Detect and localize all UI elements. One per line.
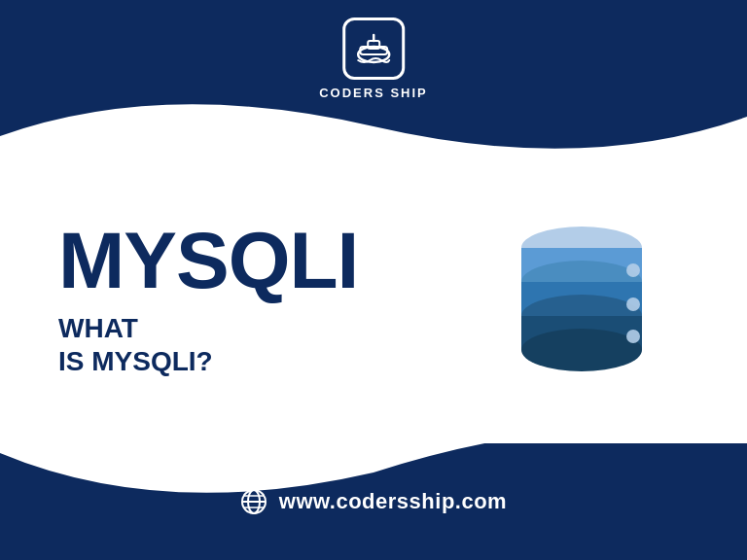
main-title: MYSQLI [58,221,358,300]
svg-point-12 [626,298,640,311]
database-icon-container [484,202,679,397]
bottom-bar: www.codersship.com [0,443,747,560]
text-block: MYSQLI WHAT IS MYSQLI? [58,221,358,377]
svg-point-10 [521,329,642,371]
logo-area: CODERS SHIP [319,18,428,100]
page-container: CODERS SHIP MYSQLI WHAT IS MYSQLI? [0,0,747,560]
sub-title: WHAT IS MYSQLI? [58,312,358,377]
website-url: www.codersship.com [279,489,507,514]
database-icon [489,207,674,392]
svg-point-13 [626,330,640,343]
brand-name: CODERS SHIP [319,86,428,100]
main-content: MYSQLI WHAT IS MYSQLI? [0,156,747,443]
globe-icon [240,488,267,515]
logo-icon [342,18,405,80]
sub-title-line1: WHAT [58,313,138,343]
svg-point-11 [626,263,640,277]
sub-title-line2: IS MYSQLI? [58,346,213,376]
